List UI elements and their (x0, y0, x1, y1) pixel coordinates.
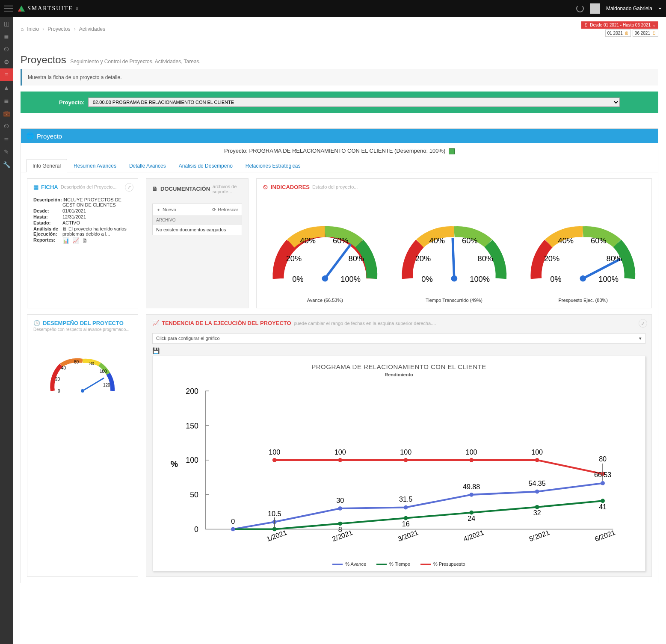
dl: 32 (533, 509, 541, 517)
dl: 100 (269, 448, 280, 456)
project-selector-bar: Proyecto: 02.00.00 PROGRAMA DE RELACIONA… (21, 92, 658, 113)
calendar-to-icon[interactable]: 🗓 (652, 31, 656, 35)
tab-relaciones[interactable]: Relaciones Estratégicas (239, 159, 307, 172)
gauge-icon: ⏲ (263, 184, 268, 190)
tick: 80% (349, 254, 364, 263)
svg-point-5 (580, 275, 586, 282)
logo-triangle-icon (18, 6, 25, 12)
gauge-tiempo-label: Tiempo Transcurrido (49%) (392, 298, 517, 303)
topbar: SMARTSUITE® Maldonado Gabriela (0, 0, 666, 17)
dl: 80 (599, 455, 607, 463)
svg-line-0 (325, 244, 351, 278)
trend-expand-button[interactable]: ⤢ (639, 319, 647, 328)
dl: 49.88 (463, 483, 480, 490)
avatar[interactable] (590, 3, 600, 14)
sidebar-item-edit[interactable]: ✎ (0, 145, 13, 158)
documentacion-card: 🗎 DOCUMENTACIÓN archivos de soporte... ＋… (146, 178, 249, 309)
date-to-value: 06 2021 (635, 31, 650, 35)
report-chart-icon[interactable]: 📈 (72, 237, 79, 244)
ficha-estado-k: Estado: (33, 220, 62, 225)
ficha-expand-button[interactable]: ⤢ (125, 183, 133, 192)
dl: 10.5 (268, 510, 281, 517)
dl: 100 (531, 448, 543, 456)
page-subtitle: Seguimiento y Control de Proyectos, Acti… (70, 59, 201, 65)
tick: 100% (470, 275, 490, 283)
doc-icon[interactable]: 🗎 (62, 226, 67, 231)
date-from-input[interactable]: 01 2021 🗓 (605, 30, 631, 37)
home-icon[interactable]: ⌂ (21, 26, 24, 32)
app-logo: SMARTSUITE® (18, 5, 79, 12)
save-chart-icon[interactable]: 💾 (152, 347, 160, 354)
doc-icon-header: 🗎 (152, 186, 158, 192)
perf-hint: Desempeño con respecto al avance program… (33, 327, 132, 332)
tick: 100% (599, 275, 619, 283)
xtick: 5/2021 (528, 529, 551, 543)
sidebar-item-dashboard[interactable]: ◫ (0, 17, 13, 30)
trend-config-label: Click para configurar el gráfico (156, 336, 220, 341)
tick: 20% (415, 254, 430, 263)
svg-point-17 (404, 505, 408, 510)
project-panel: 🌐 Proyecto Proyecto: PROGRAMA DE RELACIO… (21, 128, 658, 583)
svg-point-20 (601, 481, 605, 485)
tick: 100% (340, 275, 361, 283)
gauge-presupuesto-label: Prespuesto Ejec. (80%) (521, 298, 645, 303)
report-doc-icon[interactable]: 🗎 (82, 237, 88, 244)
main-content: ⌂ Inicio › Proyectos › Actividades 🗓 Des… (13, 17, 666, 644)
tab-info-general[interactable]: Info General (26, 159, 67, 172)
caret-down-icon: ▾ (639, 336, 642, 341)
date-to-input[interactable]: 06 2021 🗓 (633, 30, 658, 37)
sidebar-item-settings[interactable]: ⚙ (0, 56, 13, 68)
sidebar-item-list2[interactable]: ≣ (0, 94, 13, 107)
breadcrumb-home[interactable]: Inicio (27, 26, 39, 32)
legend-tiempo: % Tiempo (389, 561, 410, 567)
breadcrumb-l1[interactable]: Proyectos (47, 26, 70, 32)
dl: 8 (338, 526, 342, 533)
xtick: 2/2021 (331, 529, 354, 543)
dl: 54.35 (528, 479, 545, 487)
svg-point-31 (535, 458, 539, 462)
xtick: 3/2021 (397, 529, 419, 543)
sidebar-item-list3[interactable]: ≣ (0, 133, 13, 145)
project-select[interactable]: 02.00.00 PROGRAMA DE RELACIONAMIENTO CON… (88, 97, 620, 107)
tick: 20% (286, 254, 302, 263)
sidebar-item-tools[interactable]: 🔧 (0, 158, 13, 171)
svg-point-28 (338, 458, 342, 462)
tick: 80 (89, 361, 95, 366)
ficha-reportes-k: Reportes: (33, 237, 62, 244)
docs-refresh-button[interactable]: ⟳ Refrescar (212, 207, 238, 213)
info-banner: Muestra la ficha de un proyecto a detall… (21, 69, 658, 86)
sync-icon[interactable] (576, 5, 584, 12)
tick: 120 (103, 383, 110, 387)
date-range-badge[interactable]: 🗓 Desde 01 2021 - Hasta 06 2021 ⌄ (581, 21, 658, 29)
docs-new-button[interactable]: ＋Nuevo (156, 207, 176, 213)
sidebar-item-speed[interactable]: ⏲ (0, 43, 13, 56)
tab-analisis[interactable]: Análisis de Desempeño (172, 159, 239, 172)
menu-toggle-icon[interactable] (4, 6, 13, 12)
project-label: Proyecto: (59, 99, 85, 106)
sidebar-item-gauge[interactable]: ⏲ (0, 120, 13, 133)
chevron-down-icon: ⌄ (652, 23, 656, 27)
svg-point-29 (404, 458, 408, 462)
dl: 30 (336, 496, 344, 504)
svg-point-3 (451, 275, 457, 282)
docs-empty: No existen documentos cargados (152, 225, 242, 235)
ficha-hasta-k: Hasta: (33, 214, 62, 219)
dl: 100 (400, 448, 411, 456)
sidebar-item-list[interactable]: ≣ (0, 30, 13, 43)
docs-title: DOCUMENTACIÓN (160, 186, 210, 192)
username[interactable]: Maldonado Gabriela (606, 6, 652, 12)
user-menu-caret-icon[interactable] (658, 8, 662, 9)
report-excel-icon[interactable]: 📊 (62, 237, 69, 244)
tick: 80% (607, 254, 622, 263)
svg-point-16 (338, 506, 342, 511)
calendar-from-icon[interactable]: 🗓 (625, 31, 629, 35)
sidebar-item-alerts[interactable]: ▲ (0, 81, 13, 94)
sidebar-item-briefcase[interactable]: 💼 (0, 107, 13, 120)
trend-config-dropdown[interactable]: Click para configurar el gráfico ▾ (152, 333, 645, 344)
tab-resumen[interactable]: Resumen Avances (67, 159, 123, 172)
ficha-hint: Descripción del Proyecto... (61, 184, 117, 189)
sidebar-item-projects[interactable]: ≡ (0, 68, 13, 81)
trend-title: TENDENCIA DE LA EJECUCIÓN DEL PROYECTO (162, 320, 291, 326)
breadcrumb-l2[interactable]: Actividades (79, 26, 105, 32)
tab-detalle[interactable]: Detalle Avances (123, 159, 172, 172)
